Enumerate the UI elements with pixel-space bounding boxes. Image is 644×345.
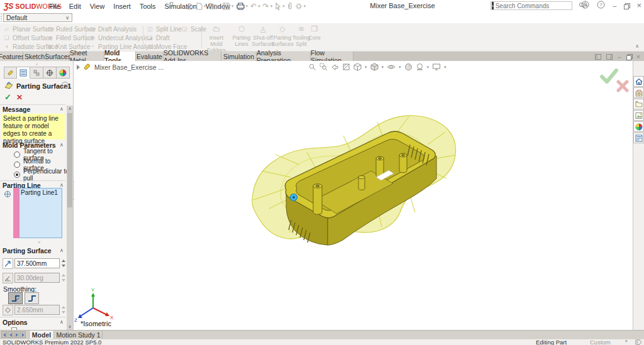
menu-insert[interactable]: Insert — [113, 3, 131, 10]
confirmation-ok-icon[interactable] — [599, 68, 618, 85]
tab-solidworks-add-ins[interactable]: SOLIDWORKS Add-Ins — [164, 52, 221, 61]
mold-parameters-collapse-icon[interactable]: ∧ — [60, 142, 64, 148]
apply-scene-icon[interactable] — [416, 63, 424, 71]
insert-mold-folders-button[interactable]: 🗀Insert MoldFolders — [203, 25, 230, 50]
previous-view-icon[interactable] — [331, 63, 339, 71]
pane-left-icon[interactable] — [595, 54, 601, 60]
next-tab-button[interactable] — [14, 331, 19, 338]
attach-icon[interactable] — [287, 3, 292, 10]
offset-surface-button[interactable]: ❏Offset Surface — [3, 34, 53, 42]
scrollbar-thumb[interactable] — [67, 113, 72, 207]
user-account-icon[interactable] — [581, 1, 589, 10]
graphics-viewport[interactable]: Y X Z Mixer Base_Exercise ... ▾ ▾ — [74, 61, 633, 330]
panel-scrollbar[interactable]: ∧ ∨ — [67, 106, 73, 330]
hide-show-caret-icon[interactable]: ▾ — [399, 65, 401, 70]
configuration-manager-tab[interactable] — [30, 67, 43, 79]
draft-button[interactable]: ◪Draft — [147, 34, 170, 42]
motion-study-tab[interactable]: Motion Study 1 — [55, 331, 103, 339]
zoom-area-icon[interactable] — [319, 63, 328, 71]
prev-tab-button[interactable] — [8, 331, 13, 338]
parting-surface-header[interactable]: Parting Surface — [3, 247, 65, 255]
document-tab[interactable]: Mixer Base_Exercise ... — [77, 63, 164, 72]
section-view-icon[interactable] — [342, 63, 350, 71]
parting-line-collapse-icon[interactable]: ∧ — [60, 182, 64, 188]
tab-evaluate[interactable]: Evaluate — [136, 52, 164, 61]
edit-appearance-icon[interactable] — [404, 63, 413, 71]
doc-minimize-button[interactable]: – — [618, 53, 621, 60]
status-tag-icon[interactable] — [635, 339, 642, 345]
message-collapse-icon[interactable]: ∧ — [60, 106, 64, 112]
search-input[interactable] — [496, 3, 579, 9]
hide-show-items-icon[interactable] — [387, 63, 396, 71]
tab-analysis-preparation[interactable]: Analysis Preparation — [257, 52, 311, 61]
print-icon[interactable] — [236, 3, 245, 10]
help-icon[interactable]: ? — [597, 1, 605, 10]
new-caret-icon[interactable]: ▾ — [204, 4, 206, 9]
confirmation-cancel-icon[interactable] — [616, 80, 629, 94]
open-icon[interactable] — [209, 3, 217, 9]
tab-simulation[interactable]: Simulation — [221, 52, 257, 61]
scroll-up-icon[interactable]: ∧ — [67, 106, 73, 112]
tab-surfaces[interactable]: Surfaces — [47, 52, 70, 61]
scroll-down-icon[interactable]: ∨ — [67, 324, 73, 330]
menu-file[interactable]: File — [49, 3, 60, 10]
appearances-scenes-icon[interactable] — [633, 121, 644, 132]
display-style-caret-icon[interactable]: ▾ — [382, 65, 384, 70]
filled-surface-button[interactable]: ◈Filled Surface — [47, 34, 94, 42]
home-icon[interactable] — [186, 3, 194, 10]
options-header[interactable]: Options — [3, 319, 65, 326]
parting-line-item[interactable]: Parting Line1 — [21, 189, 58, 196]
menu-tools[interactable]: Tools — [140, 3, 156, 10]
ribbon-collapse-icon[interactable]: ∧ — [635, 43, 639, 49]
menu-edit[interactable]: Edit — [69, 3, 81, 10]
pin-icon[interactable] — [169, 2, 174, 10]
tab-sheet-metal[interactable]: Sheet Metal — [70, 52, 104, 61]
close-button[interactable]: × — [636, 1, 641, 10]
restore-button[interactable] — [624, 3, 629, 8]
file-explorer-icon[interactable] — [633, 99, 644, 109]
undo-icon[interactable]: ↶ — [250, 2, 257, 11]
feature-manager-tab[interactable] — [4, 67, 17, 79]
tab-sketch[interactable]: Sketch — [23, 52, 47, 61]
property-manager-tab[interactable] — [17, 67, 30, 79]
options-gear-icon[interactable] — [295, 3, 303, 10]
save-caret-icon[interactable]: ▾ — [231, 4, 234, 9]
zoom-fit-icon[interactable] — [308, 63, 316, 71]
view-settings-caret-icon[interactable]: ▾ — [444, 65, 447, 70]
radio-perpendicular-to-pull[interactable]: Perpendicular to pull — [14, 170, 70, 179]
smoothing-sharp-button[interactable] — [8, 292, 23, 304]
parting-line-listbox[interactable]: Parting Line1 — [19, 188, 62, 238]
display-style-icon[interactable] — [370, 63, 379, 71]
dimxpert-manager-tab[interactable] — [43, 67, 57, 79]
distance-input[interactable]: 37.500mm — [14, 258, 60, 268]
redo-caret-icon[interactable]: ▾ — [270, 4, 273, 9]
doc-tab-arrow-icon[interactable] — [77, 65, 80, 70]
print-caret-icon[interactable]: ▾ — [246, 4, 248, 9]
listbox-resize-handle[interactable]: ∘ — [38, 239, 41, 245]
tab-mold-tools[interactable]: Mold Tools — [104, 52, 136, 61]
configuration-dropdown[interactable]: Default ∨ — [3, 13, 72, 22]
options-collapse-icon[interactable]: ∧ — [60, 319, 64, 325]
model-tab[interactable]: Model — [29, 331, 54, 339]
parting-surface-collapse-icon[interactable]: ∧ — [60, 248, 64, 253]
message-section-header[interactable]: Message — [3, 106, 65, 113]
split-line-button[interactable]: ◫Split Line — [147, 25, 182, 33]
first-tab-button[interactable] — [1, 331, 7, 338]
pane-right-icon[interactable] — [606, 54, 613, 60]
last-tab-button[interactable] — [20, 331, 26, 338]
minimize-button[interactable]: – — [613, 2, 616, 9]
distance-spinner[interactable] — [60, 258, 67, 268]
toolbar-drag-handle[interactable] — [1, 13, 3, 22]
view-orientation-icon[interactable] — [353, 63, 362, 71]
menu-view[interactable]: View — [90, 3, 105, 10]
options-caret-icon[interactable]: ▾ — [304, 4, 306, 9]
redo-icon[interactable]: ↷ — [263, 2, 269, 11]
search-commands-box[interactable]: › ▾ — [491, 1, 572, 10]
custom-caret-icon[interactable]: ▾ — [625, 339, 628, 344]
scene-caret-icon[interactable]: ▾ — [427, 65, 430, 70]
select-icon[interactable] — [275, 3, 281, 10]
smoothing-smooth-button[interactable] — [25, 292, 39, 304]
select-caret-icon[interactable]: ▾ — [282, 4, 285, 9]
view-orientation-caret-icon[interactable]: ▾ — [365, 65, 367, 70]
tab-flow-simulation[interactable]: Flow Simulation — [311, 52, 353, 61]
